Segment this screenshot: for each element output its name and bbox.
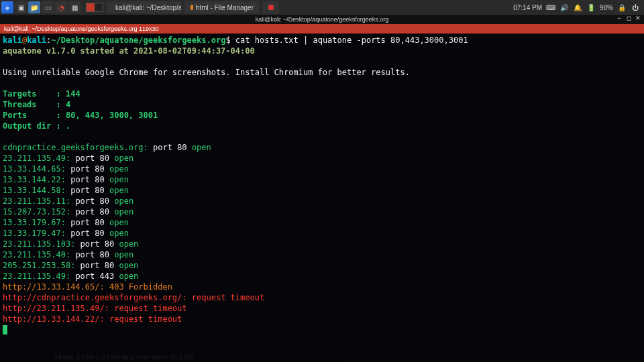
- lock-icon[interactable]: 🔒: [617, 3, 627, 12]
- app-icon[interactable]: ▦: [68, 1, 80, 13]
- workspace-2[interactable]: [95, 3, 103, 11]
- terminal-tab[interactable]: kali@kali: ~/Desktop/aquatone/geeksforge…: [4, 25, 159, 32]
- terminal-tabbar[interactable]: kali@kali: ~/Desktop/aquatone/geeksforge…: [0, 24, 644, 34]
- terminal-launcher-icon[interactable]: ▭: [42, 1, 54, 13]
- minimize-button[interactable]: −: [616, 15, 623, 21]
- kali-menu-icon[interactable]: ⟐: [1, 1, 13, 13]
- folder-icon[interactable]: 📁: [28, 1, 40, 13]
- task-filemanager[interactable]: html - File Manager: [185, 1, 259, 13]
- terminal-title: kali@kali: ~/Desktop/aquatone/geeksforge…: [256, 16, 389, 23]
- close-button[interactable]: ✕: [635, 15, 641, 21]
- taskbar-left: ⟐ ▣ 📁 ▭ ◔ ▦ kali@kali: ~/Desktop/aq... h…: [0, 1, 279, 13]
- taskbar-tray: 07:14 PM ⌨ 🔊 🔔 🔋 98% 🔒 ⏻: [513, 3, 644, 12]
- volume-icon[interactable]: 🔊: [559, 3, 569, 12]
- top-taskbar: ⟐ ▣ 📁 ▭ ◔ ▦ kali@kali: ~/Desktop/aq... h…: [0, 0, 644, 15]
- task-label: kali@kali: ~/Desktop/aq...: [115, 4, 181, 11]
- workspace-1[interactable]: [87, 3, 95, 11]
- task-terminal[interactable]: kali@kali: ~/Desktop/aq...: [107, 1, 181, 13]
- battery-icon[interactable]: 🔋: [586, 3, 596, 12]
- task-label: html - File Manager: [196, 4, 254, 11]
- battery-text: 98%: [600, 4, 613, 11]
- notifications-icon[interactable]: 🔔: [573, 3, 582, 12]
- power-icon[interactable]: ⏻: [631, 3, 640, 12]
- workspace-switcher[interactable]: [86, 3, 103, 12]
- terminal-titlebar[interactable]: kali@kali: ~/Desktop/aquatone/geeksforge…: [0, 15, 644, 24]
- keyboard-icon[interactable]: ⌨: [546, 3, 555, 12]
- window-controls: − ◻ ✕: [616, 15, 641, 21]
- clock[interactable]: 07:14 PM: [513, 4, 542, 11]
- task-color-icon: [268, 5, 274, 10]
- task-color-icon: [191, 5, 193, 10]
- filemanager-statusbar: 3 items: 2.5 kB (1.57 KiB hex). Free spa…: [54, 354, 194, 361]
- files-icon[interactable]: ▣: [15, 1, 27, 13]
- task-other[interactable]: [263, 1, 279, 13]
- browser-icon[interactable]: ◔: [55, 1, 67, 13]
- terminal-body[interactable]: kali@kali:~/Desktop/aquatone/geeksforgee…: [0, 34, 644, 362]
- terminal-cursor: [3, 325, 7, 335]
- terminal-window: kali@kali: ~/Desktop/aquatone/geeksforge…: [0, 15, 644, 362]
- maximize-button[interactable]: ◻: [625, 15, 632, 21]
